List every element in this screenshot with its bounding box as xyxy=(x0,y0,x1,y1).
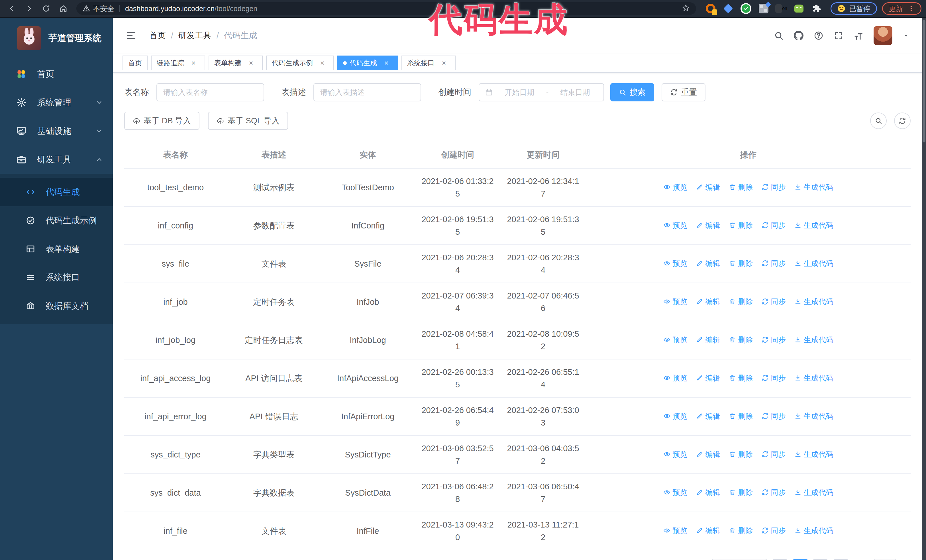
action-delete[interactable]: 删除 xyxy=(729,410,753,423)
close-icon[interactable]: × xyxy=(438,56,450,69)
extension-icon-android[interactable] xyxy=(793,2,805,15)
tab-item[interactable]: 代码生成× xyxy=(337,56,398,70)
action-sync[interactable]: 同步 xyxy=(762,181,786,193)
action-delete[interactable]: 删除 xyxy=(729,219,753,232)
action-generate[interactable]: 生成代码 xyxy=(794,295,834,308)
action-delete[interactable]: 删除 xyxy=(729,181,753,193)
sidebar-item[interactable]: 系统管理 xyxy=(0,88,113,117)
action-sync[interactable]: 同步 xyxy=(762,372,786,384)
tab-item[interactable]: 表单构建× xyxy=(209,56,263,70)
toggle-search-button[interactable] xyxy=(870,113,887,129)
action-generate[interactable]: 生成代码 xyxy=(794,257,834,270)
browser-back-icon[interactable] xyxy=(5,1,20,16)
action-edit[interactable]: 编辑 xyxy=(696,181,720,193)
close-icon[interactable]: × xyxy=(245,56,257,69)
action-edit[interactable]: 编辑 xyxy=(696,410,720,423)
action-generate[interactable]: 生成代码 xyxy=(794,448,834,460)
breadcrumb-item[interactable]: 首页 xyxy=(149,30,166,41)
close-icon[interactable]: × xyxy=(188,56,200,69)
browser-home-icon[interactable] xyxy=(56,1,71,16)
browser-menu-icon[interactable] xyxy=(908,5,915,12)
extension-icon-switch[interactable]: on xyxy=(775,2,787,15)
action-preview[interactable]: 预览 xyxy=(663,181,687,193)
action-sync[interactable]: 同步 xyxy=(762,486,786,499)
extension-icon-orange[interactable] xyxy=(705,2,717,15)
close-icon[interactable]: × xyxy=(380,56,392,69)
search-icon[interactable] xyxy=(774,31,784,41)
action-edit[interactable]: 编辑 xyxy=(696,524,720,537)
sidebar-subitem[interactable]: 表单构建 xyxy=(0,235,113,263)
action-generate[interactable]: 生成代码 xyxy=(794,410,834,423)
font-size-icon[interactable] xyxy=(853,31,863,41)
address-bar[interactable]: 不安全 dashboard.yudao.iocoder.cn/tool/code… xyxy=(76,2,696,15)
browser-forward-icon[interactable] xyxy=(22,1,36,16)
sidebar-subitem[interactable]: 代码生成示例 xyxy=(0,206,113,235)
extension-icon-grid[interactable] xyxy=(758,2,770,15)
action-sync[interactable]: 同步 xyxy=(762,257,786,270)
sidebar-item[interactable]: 研发工具 xyxy=(0,145,113,174)
bookmark-star-icon[interactable] xyxy=(682,4,690,13)
sql-import-button[interactable]: 基于 SQL 导入 xyxy=(208,112,288,130)
action-sync[interactable]: 同步 xyxy=(762,524,786,537)
action-delete[interactable]: 删除 xyxy=(729,334,753,346)
extensions-puzzle-icon[interactable] xyxy=(811,2,823,15)
action-generate[interactable]: 生成代码 xyxy=(794,486,834,499)
page-size-select[interactable]: 10条/页 xyxy=(712,559,767,560)
action-edit[interactable]: 编辑 xyxy=(696,372,720,384)
update-badge[interactable]: 更新 xyxy=(882,2,921,15)
action-edit[interactable]: 编辑 xyxy=(696,219,720,232)
paused-badge[interactable]: 已暂停 xyxy=(831,2,877,15)
action-edit[interactable]: 编辑 xyxy=(696,257,720,270)
action-delete[interactable]: 删除 xyxy=(729,372,753,384)
sidebar-subitem[interactable]: 代码生成 xyxy=(0,178,113,206)
tab-item[interactable]: 首页 xyxy=(123,56,148,70)
action-preview[interactable]: 预览 xyxy=(663,486,687,499)
goto-page-input[interactable] xyxy=(873,559,896,560)
tab-item[interactable]: 系统接口× xyxy=(401,56,455,70)
help-icon[interactable] xyxy=(814,31,823,41)
action-delete[interactable]: 删除 xyxy=(729,486,753,499)
github-icon[interactable] xyxy=(794,31,803,41)
db-import-button[interactable]: 基于 DB 导入 xyxy=(124,112,200,130)
action-preview[interactable]: 预览 xyxy=(663,524,687,537)
sidebar-item[interactable]: 首页 xyxy=(0,60,113,88)
action-delete[interactable]: 删除 xyxy=(729,524,753,537)
refresh-table-button[interactable] xyxy=(894,113,911,129)
action-edit[interactable]: 编辑 xyxy=(696,334,720,346)
reset-button[interactable]: 重置 xyxy=(661,83,705,101)
action-delete[interactable]: 删除 xyxy=(729,448,753,460)
action-sync[interactable]: 同步 xyxy=(762,448,786,460)
table-desc-input[interactable] xyxy=(313,83,421,101)
action-generate[interactable]: 生成代码 xyxy=(794,219,834,232)
user-avatar[interactable] xyxy=(873,26,893,45)
security-indicator[interactable]: 不安全 xyxy=(83,4,114,14)
action-edit[interactable]: 编辑 xyxy=(696,295,720,308)
sidebar-logo[interactable]: 芋道管理系统 xyxy=(0,18,113,60)
action-sync[interactable]: 同步 xyxy=(762,219,786,232)
action-preview[interactable]: 预览 xyxy=(663,410,687,423)
action-edit[interactable]: 编辑 xyxy=(696,486,720,499)
action-generate[interactable]: 生成代码 xyxy=(794,181,834,193)
action-sync[interactable]: 同步 xyxy=(762,295,786,308)
action-preview[interactable]: 预览 xyxy=(663,257,687,270)
action-sync[interactable]: 同步 xyxy=(762,410,786,423)
scrollbar-thumb[interactable] xyxy=(923,20,925,142)
action-preview[interactable]: 预览 xyxy=(663,448,687,460)
fullscreen-icon[interactable] xyxy=(834,31,843,41)
action-generate[interactable]: 生成代码 xyxy=(794,372,834,384)
user-menu-caret-icon[interactable] xyxy=(903,32,909,39)
action-preview[interactable]: 预览 xyxy=(663,334,687,346)
action-delete[interactable]: 删除 xyxy=(729,295,753,308)
action-preview[interactable]: 预览 xyxy=(663,372,687,384)
action-generate[interactable]: 生成代码 xyxy=(794,524,834,537)
browser-reload-icon[interactable] xyxy=(39,1,54,16)
sidebar-subitem[interactable]: 系统接口 xyxy=(0,263,113,292)
sidebar-subitem[interactable]: 数据库文档 xyxy=(0,292,113,320)
close-icon[interactable]: × xyxy=(316,56,328,69)
action-delete[interactable]: 删除 xyxy=(729,257,753,270)
breadcrumb-item[interactable]: 研发工具 xyxy=(179,30,212,41)
action-generate[interactable]: 生成代码 xyxy=(794,334,834,346)
action-preview[interactable]: 预览 xyxy=(663,295,687,308)
action-edit[interactable]: 编辑 xyxy=(696,448,720,460)
action-sync[interactable]: 同步 xyxy=(762,334,786,346)
